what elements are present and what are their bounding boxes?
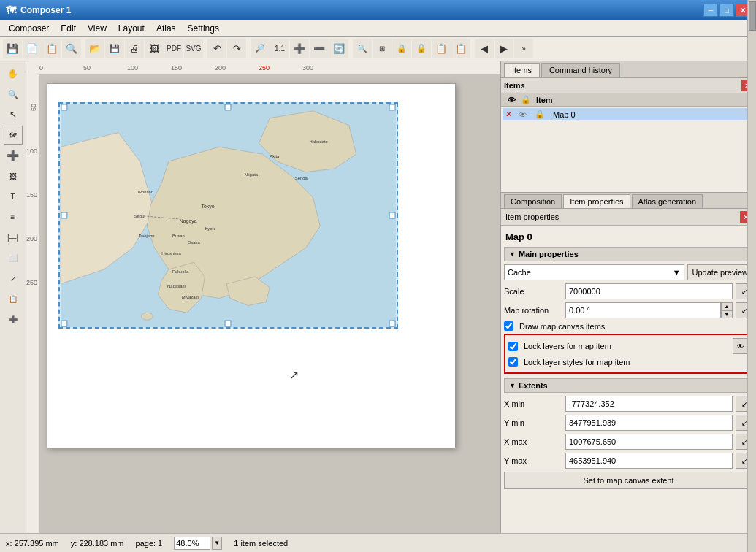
scrollbar-track[interactable] <box>747 193 756 533</box>
print-preview-button[interactable]: 🔍 <box>62 39 81 58</box>
rotation-down-button[interactable]: ▼ <box>721 310 733 318</box>
minimize-button[interactable]: ─ <box>703 4 718 17</box>
ruler-top: 0 50 100 150 200 250 300 <box>26 61 500 74</box>
props-body[interactable]: Map 0 ▼ Main properties Cache ▼ Update p… <box>501 226 756 533</box>
row-lock-icon[interactable]: 🔒 <box>532 110 547 119</box>
right-panel: Items Command history Items ✕ 👁 🔒 Item <box>500 61 756 533</box>
ymax-label: Y max <box>504 456 562 465</box>
more-button[interactable]: » <box>514 39 533 58</box>
menu-settings[interactable]: Settings <box>182 22 225 35</box>
undo-button[interactable]: ↶ <box>207 39 226 58</box>
add-label-button[interactable]: T <box>4 187 23 206</box>
print-button[interactable]: 🖨 <box>125 39 144 58</box>
menu-atlas[interactable]: Atlas <box>150 22 182 35</box>
window-title: Composer 1 <box>20 5 703 15</box>
add-item-button[interactable]: ➕ <box>4 146 23 165</box>
xmin-input[interactable] <box>565 396 733 412</box>
unlock-button[interactable]: 🔓 <box>412 39 431 58</box>
group-button[interactable]: 📋 <box>432 39 451 58</box>
add-image-button[interactable]: 🖼 <box>4 166 23 185</box>
props-header: Item properties ✕ <box>501 209 756 226</box>
menu-composer[interactable]: Composer <box>3 22 55 35</box>
main-toolbar: 💾 📄 📋 🔍 📂 💾 🖨 🖼 PDF SVG ↶ ↷ 🔎 1:1 ➕ ➖ 🔄 … <box>0 37 756 61</box>
maximize-button[interactable]: □ <box>719 4 734 17</box>
zoom-tool-button[interactable]: 🔍 <box>4 85 23 104</box>
xmin-label: X min <box>504 399 562 408</box>
row-item-name: Map 0 <box>550 110 752 119</box>
add-html-button[interactable]: ➕ <box>4 310 23 329</box>
lock-layers-checkbox[interactable] <box>508 342 518 351</box>
zoom-dropdown-button[interactable]: ▼ <box>212 537 222 550</box>
add-table-button[interactable]: 📋 <box>4 289 23 308</box>
row-close-icon: ✕ <box>505 110 512 119</box>
duplicate-button[interactable]: 📋 <box>42 39 61 58</box>
tab-items[interactable]: Items <box>504 63 540 77</box>
canvas-area[interactable]: 0 50 100 150 200 250 300 50 100 150 200 … <box>26 61 500 533</box>
update-preview-button[interactable]: Update preview <box>687 264 753 280</box>
export-pdf-button[interactable]: PDF <box>164 39 183 58</box>
pan-button[interactable]: 🔍 <box>353 39 372 58</box>
svg-text:Daejeon: Daejeon <box>139 234 155 238</box>
items-list: ✕ 👁 🔒 Map 0 <box>501 107 756 122</box>
zoom-out-button[interactable]: ➖ <box>310 39 329 58</box>
svg-text:Fukuoka: Fukuoka <box>172 269 189 274</box>
statusbar: x: 257.395 mm y: 228.183 mm page: 1 ▼ 1 … <box>0 533 756 552</box>
menu-view[interactable]: View <box>82 22 112 35</box>
tab-atlas-generation[interactable]: Atlas generation <box>632 194 703 208</box>
ymin-label: Y min <box>504 418 562 427</box>
atlas-next-button[interactable]: ▶ <box>495 39 513 58</box>
select-tool-button[interactable]: ↖ <box>4 105 23 124</box>
ymax-row: Y max ↙ <box>504 453 753 469</box>
draw-canvas-checkbox[interactable] <box>504 321 513 331</box>
new-button[interactable]: 📄 <box>23 39 42 58</box>
pan-tool-button[interactable]: ✋ <box>4 64 23 83</box>
svg-text:Kyoto: Kyoto <box>205 226 216 231</box>
redo-button[interactable]: ↷ <box>227 39 246 58</box>
add-shape-button[interactable]: ⬜ <box>4 248 23 267</box>
set-extent-button[interactable]: Set to map canvas extent <box>504 472 753 489</box>
lock-styles-checkbox[interactable] <box>508 357 518 367</box>
extents-section[interactable]: ▼ Extents <box>504 378 753 393</box>
map-item-0[interactable]: Nagoya Tokyo Hiroshima Fukuoka Nagasaki … <box>58 102 398 329</box>
svg-text:Nagoya: Nagoya <box>180 218 197 224</box>
tab-item-properties[interactable]: Item properties <box>563 194 630 208</box>
scale-input[interactable] <box>565 283 733 299</box>
atlas-prev-button[interactable]: ◀ <box>475 39 494 58</box>
zoom-input[interactable] <box>174 537 210 550</box>
row-visibility-icon[interactable]: 👁 <box>515 110 530 119</box>
dropdown-arrow-icon: ▼ <box>673 268 681 277</box>
tab-command-history[interactable]: Command history <box>541 63 620 77</box>
add-legend-button[interactable]: ≡ <box>4 207 23 226</box>
main-properties-section[interactable]: ▼ Main properties <box>504 247 753 261</box>
open-button[interactable]: 📂 <box>85 39 104 58</box>
save-as-button[interactable]: 💾 <box>105 39 124 58</box>
add-map-button[interactable]: 🗺 <box>4 126 23 145</box>
rotation-up-button[interactable]: ▲ <box>721 302 733 310</box>
add-scalebar-button[interactable]: |—| <box>4 228 23 247</box>
ungroup-button[interactable]: 📋 <box>451 39 470 58</box>
export-image-button[interactable]: 🖼 <box>145 39 164 58</box>
xmax-input[interactable] <box>565 434 733 450</box>
ymax-input[interactable] <box>565 453 733 469</box>
ymin-input[interactable] <box>565 415 733 431</box>
menu-edit[interactable]: Edit <box>55 22 82 35</box>
refresh-button[interactable]: 🔄 <box>329 39 348 58</box>
zoom-in-button[interactable]: ➕ <box>290 39 309 58</box>
svg-text:Hiroshima: Hiroshima <box>161 251 181 256</box>
x-coordinate: x: 257.395 mm <box>6 539 59 548</box>
lock-icon: 🔒 <box>535 110 545 118</box>
menu-layout[interactable]: Layout <box>112 22 150 35</box>
lock-button[interactable]: 🔒 <box>392 39 411 58</box>
tab-composition[interactable]: Composition <box>504 194 562 208</box>
lock-layers-view-button[interactable]: 👁 <box>733 338 749 354</box>
export-svg-button[interactable]: SVG <box>184 39 203 58</box>
save-button[interactable]: 💾 <box>3 39 22 58</box>
add-arrow-button[interactable]: ↗ <box>4 269 23 288</box>
zoom-actual-button[interactable]: 1:1 <box>270 39 289 58</box>
cache-dropdown[interactable]: Cache ▼ <box>504 264 684 280</box>
zoom-full-button[interactable]: 🔎 <box>251 39 270 58</box>
zoom-select-button[interactable]: ⊞ <box>373 39 392 58</box>
rotation-input[interactable] <box>565 302 721 318</box>
svg-text:Akita: Akita <box>270 154 280 158</box>
table-row[interactable]: ✕ 👁 🔒 Map 0 <box>503 108 755 120</box>
